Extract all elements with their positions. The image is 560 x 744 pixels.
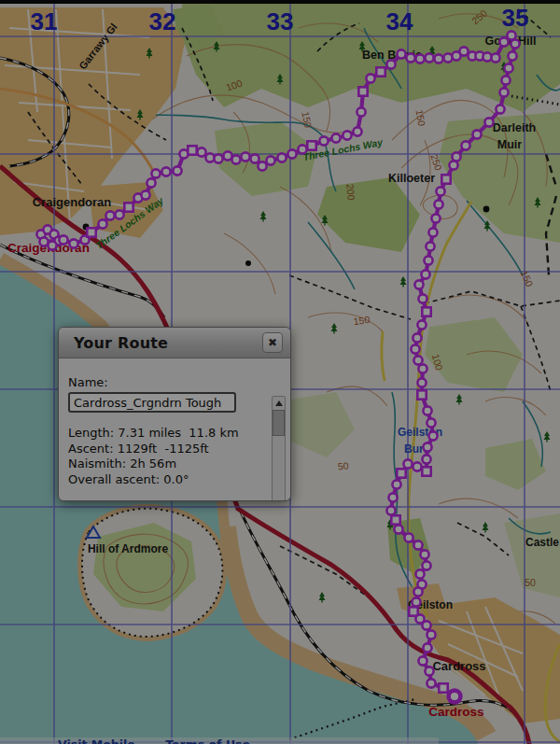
route-waypoint[interactable] [307, 141, 315, 149]
route-waypoint[interactable] [124, 203, 133, 211]
route-waypoint[interactable] [404, 533, 413, 541]
route-waypoint[interactable] [443, 53, 452, 62]
route-waypoint[interactable] [397, 469, 405, 477]
route-waypoint[interactable] [151, 169, 160, 177]
route-waypoint[interactable] [105, 211, 114, 219]
route-waypoint[interactable] [484, 118, 493, 126]
route-waypoint[interactable] [266, 156, 274, 164]
route-waypoint[interactable] [147, 178, 155, 187]
route-waypoint[interactable] [413, 462, 421, 470]
route-name-input[interactable] [68, 392, 236, 413]
route-waypoint[interactable] [413, 356, 422, 364]
route-waypoint[interactable] [173, 166, 181, 175]
route-waypoint[interactable] [409, 607, 417, 615]
route-waypoint[interactable] [499, 37, 508, 46]
route-waypoint[interactable] [423, 643, 431, 652]
route-waypoint[interactable] [357, 107, 365, 116]
route-waypoint[interactable] [491, 53, 499, 62]
route-waypoint[interactable] [423, 442, 431, 451]
route-waypoint[interactable] [427, 630, 435, 639]
route-waypoint[interactable] [406, 53, 414, 62]
route-waypoint[interactable] [504, 63, 512, 72]
dialog-header[interactable]: Your Route ✖ [59, 328, 290, 358]
route-waypoint[interactable] [508, 51, 516, 60]
route-waypoint[interactable] [441, 175, 450, 183]
route-waypoint[interactable] [98, 219, 106, 228]
route-waypoint[interactable] [422, 621, 430, 629]
route-waypoint[interactable] [277, 153, 286, 161]
route-waypoint[interactable] [415, 569, 424, 578]
route-waypoint[interactable] [331, 133, 340, 142]
route-waypoint[interactable] [258, 161, 266, 170]
route-waypoint[interactable] [188, 146, 196, 154]
route-waypoint[interactable] [358, 87, 367, 95]
route-waypoint[interactable] [376, 67, 385, 76]
route-waypoint[interactable] [459, 47, 468, 55]
route-waypoint[interactable] [391, 515, 399, 524]
route-waypoint[interactable] [386, 60, 395, 68]
route-waypoint[interactable] [436, 187, 444, 195]
route-waypoint[interactable] [366, 74, 374, 82]
route-waypoint[interactable] [417, 378, 426, 386]
scrollbar-up-icon[interactable] [273, 397, 285, 409]
route-waypoint[interactable] [425, 53, 433, 62]
route-waypoint[interactable] [424, 256, 432, 264]
route-waypoint[interactable] [115, 210, 123, 218]
route-waypoint[interactable] [417, 320, 426, 329]
route-waypoint[interactable] [427, 418, 435, 427]
route-waypoint[interactable] [414, 280, 423, 288]
route-waypoint[interactable] [449, 161, 457, 169]
route-waypoint[interactable] [241, 152, 249, 161]
route-waypoint[interactable] [397, 49, 405, 58]
route-waypoint[interactable] [422, 467, 430, 475]
route-waypoint[interactable] [214, 154, 222, 162]
route-waypoint[interactable] [413, 540, 422, 549]
route-waypoint[interactable] [319, 136, 328, 145]
route-waypoint[interactable] [422, 561, 430, 569]
route-waypoint[interactable] [353, 127, 361, 135]
route-waypoint[interactable] [422, 455, 430, 463]
route-waypoint[interactable] [87, 228, 95, 236]
route-waypoint[interactable] [392, 480, 400, 488]
route-waypoint[interactable] [423, 406, 431, 414]
route-waypoint[interactable] [426, 242, 434, 250]
route-waypoint[interactable] [231, 155, 240, 163]
route-waypoint[interactable] [417, 390, 426, 399]
route-waypoint[interactable] [388, 493, 397, 501]
close-icon[interactable]: ✖ [262, 332, 283, 353]
route-waypoint[interactable] [425, 667, 433, 675]
route-waypoint[interactable] [69, 239, 77, 247]
route-waypoint[interactable] [431, 214, 440, 222]
route-waypoint[interactable] [412, 597, 420, 606]
scrollbar-thumb[interactable] [273, 410, 285, 436]
route-waypoint[interactable] [418, 656, 427, 665]
route-waypoint[interactable] [250, 154, 259, 162]
route-waypoint[interactable] [413, 333, 421, 342]
route-waypoint[interactable] [161, 167, 170, 175]
route-waypoint[interactable] [461, 141, 469, 149]
route-waypoint[interactable] [439, 683, 447, 692]
route-waypoint[interactable] [420, 550, 428, 558]
route-waypoint[interactable] [434, 54, 442, 63]
route-waypoint[interactable] [496, 105, 504, 113]
route-waypoint[interactable] [411, 344, 419, 353]
route-waypoint[interactable] [418, 294, 427, 302]
route-waypoint[interactable] [415, 54, 424, 63]
route-waypoint[interactable] [298, 145, 306, 153]
route-waypoint[interactable] [418, 364, 427, 372]
footer-link-terms[interactable]: Terms of Use [165, 737, 250, 744]
route-waypoint[interactable] [413, 587, 422, 596]
footer-link-mobile[interactable]: Visit Mobile [58, 737, 135, 744]
route-waypoint[interactable] [428, 228, 437, 236]
route-waypoint[interactable] [434, 200, 442, 208]
route-waypoint[interactable] [141, 190, 149, 199]
route-waypoint[interactable] [422, 307, 430, 316]
dialog-scrollbar[interactable] [272, 396, 286, 501]
route-waypoint[interactable] [403, 459, 412, 468]
route-waypoint[interactable] [427, 679, 435, 687]
route-waypoint[interactable] [39, 237, 48, 246]
route-waypoint[interactable] [428, 431, 437, 440]
route-waypoint[interactable] [386, 506, 395, 514]
route-waypoint[interactable] [59, 235, 67, 244]
route-waypoint[interactable] [472, 130, 481, 138]
